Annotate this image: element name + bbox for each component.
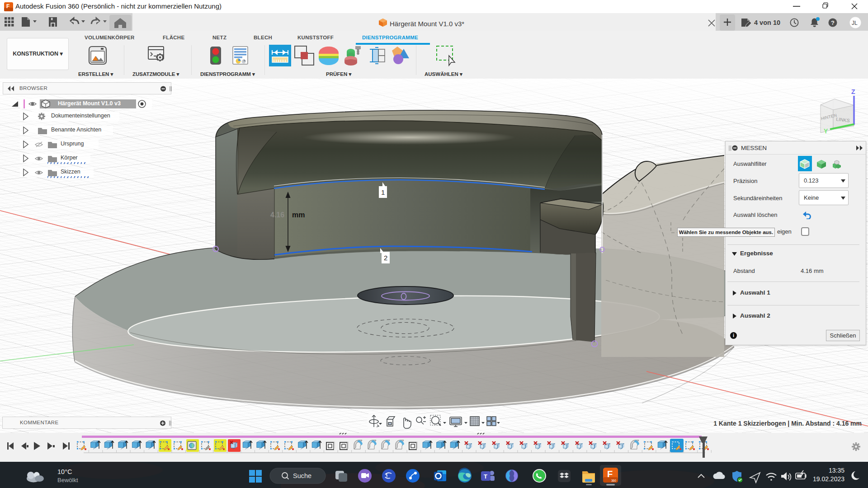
svg-text:F: F: [607, 469, 613, 479]
svg-text:10°C: 10°C: [57, 468, 72, 475]
svg-text:360: 360: [611, 479, 616, 482]
svg-text:T: T: [484, 473, 487, 480]
svg-text:4 von 10: 4 von 10: [754, 19, 780, 26]
svg-text:13:35: 13:35: [829, 467, 844, 474]
svg-text:F: F: [6, 3, 9, 9]
svg-text:?: ?: [831, 19, 835, 26]
svg-text:2: 2: [384, 254, 387, 262]
svg-text:Bewölkt: Bewölkt: [57, 477, 78, 483]
svg-text:1: 1: [381, 188, 385, 196]
svg-text:JL: JL: [852, 20, 858, 26]
svg-text:mm: mm: [292, 211, 305, 219]
svg-text:19.02.2023: 19.02.2023: [813, 475, 844, 483]
svg-text:4.16: 4.16: [270, 211, 284, 219]
svg-text:Z: Z: [851, 88, 855, 95]
svg-text:Suche: Suche: [293, 472, 311, 479]
svg-text:Y: Y: [824, 127, 828, 135]
